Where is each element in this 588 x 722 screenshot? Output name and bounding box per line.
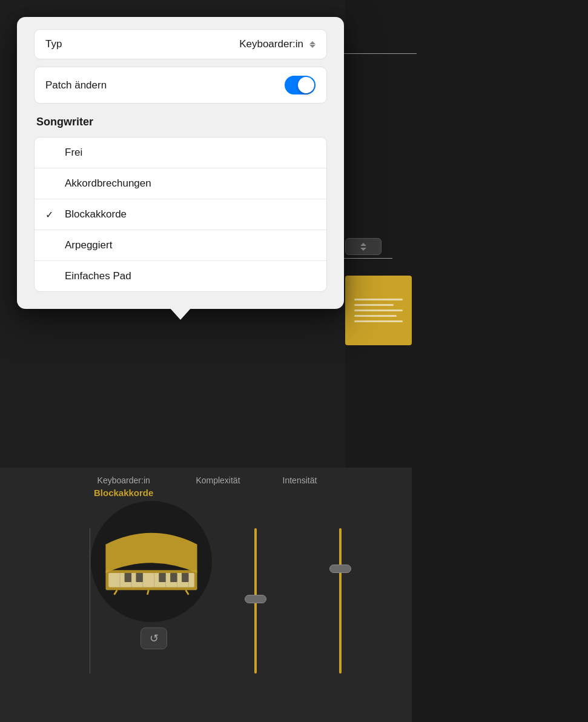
intensitat-column: Intensität <box>283 475 317 485</box>
toggle-knob <box>298 77 314 93</box>
komplexitat-slider[interactable] <box>254 528 257 674</box>
keyboarder-subtitle: Blockakkorde <box>94 488 153 498</box>
music-line <box>354 299 403 300</box>
svg-rect-1 <box>108 573 194 588</box>
menu-item-einfaches-pad[interactable]: ✓ Einfaches Pad <box>35 261 326 291</box>
svg-rect-13 <box>182 573 188 582</box>
typ-value-container: Keyboarder:in <box>239 38 315 50</box>
svg-rect-10 <box>136 573 143 582</box>
typ-stepper-up-icon[interactable] <box>309 41 315 44</box>
svg-line-15 <box>186 590 189 595</box>
player-area <box>0 468 412 722</box>
komplexitat-title: Komplexität <box>196 475 240 485</box>
typ-stepper-down-icon[interactable] <box>309 45 315 48</box>
keyboarder-column: Keyboarder:in Blockakkorde <box>94 475 153 498</box>
music-line <box>354 304 394 306</box>
menu-item-arpeggiert-label: Arpeggiert <box>65 239 112 251</box>
menu-item-akkordbrechungen[interactable]: ✓ Akkordbrechungen <box>35 168 326 199</box>
music-line <box>354 310 403 311</box>
intensitat-thumb[interactable] <box>329 565 351 573</box>
piano-svg <box>100 522 203 601</box>
keyboarder-title: Keyboarder:in <box>97 475 150 485</box>
intensitat-track <box>339 528 342 674</box>
menu-item-arpeggiert[interactable]: ✓ Arpeggiert <box>35 230 326 261</box>
player-headers: Keyboarder:in Blockakkorde Komplexität I… <box>94 475 317 498</box>
piano-instrument[interactable] <box>91 501 212 622</box>
music-line <box>354 320 403 322</box>
typ-stepper[interactable] <box>309 41 315 48</box>
music-clip <box>345 276 412 345</box>
komplexitat-track <box>254 528 257 674</box>
menu-item-blockakkorde-label: Blockakkorde <box>65 208 127 220</box>
patch-label: Patch ändern <box>45 79 107 91</box>
menu-item-einfaches-pad-label: Einfaches Pad <box>65 270 131 282</box>
refresh-button[interactable]: ↺ <box>140 628 167 649</box>
songwriter-menu: ✓ Frei ✓ Akkordbrechungen ✓ Blockakkorde… <box>34 137 327 292</box>
ruler-line <box>90 528 90 674</box>
popup-panel: Typ Keyboarder:in Patch ändern Songwrite… <box>17 17 344 309</box>
songwriter-heading: Songwriter <box>34 116 327 128</box>
patch-row[interactable]: Patch ändern <box>34 67 327 104</box>
music-clip-pattern <box>348 293 409 328</box>
komplexitat-column: Komplexität <box>196 475 240 485</box>
music-line <box>354 315 397 317</box>
connector-line-blockakkorde <box>344 258 392 259</box>
menu-item-frei[interactable]: ✓ Frei <box>35 137 326 168</box>
svg-line-14 <box>114 590 117 595</box>
connector-line-top <box>344 53 417 54</box>
patch-toggle[interactable] <box>285 76 315 94</box>
menu-item-blockakkorde[interactable]: ✓ Blockakkorde <box>35 199 326 230</box>
intensitat-title: Intensität <box>283 475 317 485</box>
stepper-up-icon[interactable] <box>360 243 366 246</box>
intensitat-slider[interactable] <box>339 528 342 674</box>
svg-line-16 <box>147 590 148 595</box>
svg-rect-12 <box>170 573 177 582</box>
svg-rect-11 <box>159 573 165 582</box>
menu-item-akkordbrechungen-label: Akkordbrechungen <box>65 177 151 190</box>
svg-rect-9 <box>125 573 131 582</box>
typ-value-text: Keyboarder:in <box>239 38 303 50</box>
menu-item-frei-label: Frei <box>65 147 82 159</box>
refresh-icon: ↺ <box>150 632 159 645</box>
checkmark-blockakkorde: ✓ <box>45 209 58 220</box>
typ-row[interactable]: Typ Keyboarder:in <box>34 29 327 59</box>
stepper-down-icon[interactable] <box>360 248 366 251</box>
stepper-control[interactable] <box>345 238 382 255</box>
typ-label: Typ <box>45 38 62 50</box>
komplexitat-thumb[interactable] <box>245 595 266 603</box>
popup-inner: Typ Keyboarder:in Patch ändern Songwrite… <box>17 17 344 309</box>
